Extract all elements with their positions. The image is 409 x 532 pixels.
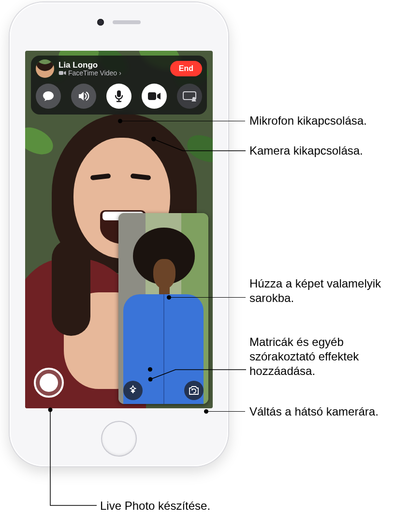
- screen: Lia Longo FaceTime Video › End: [25, 51, 213, 408]
- speaker-icon: [77, 90, 90, 102]
- video-icon: [147, 91, 161, 101]
- leader-line: [50, 410, 108, 516]
- end-call-button[interactable]: End: [170, 61, 202, 76]
- svg-rect-0: [59, 71, 63, 75]
- front-camera-dot: [97, 19, 104, 26]
- mic-icon: [114, 90, 124, 102]
- caller-name: Lia Longo: [58, 61, 166, 70]
- earpiece: [97, 19, 141, 26]
- flip-camera-icon: [188, 385, 200, 396]
- callout-live-photo: Live Photo készítése.: [100, 499, 210, 513]
- shareplay-button[interactable]: [177, 84, 202, 109]
- live-photo-button[interactable]: [34, 368, 64, 398]
- leader-line: [120, 121, 245, 121]
- callout-flip-camera: Váltás a hátsó kamerára.: [249, 404, 379, 419]
- speaker-grill: [113, 20, 141, 24]
- call-header[interactable]: Lia Longo FaceTime Video › End: [36, 59, 202, 78]
- message-icon: [42, 90, 55, 102]
- call-subtitle[interactable]: FaceTime Video ›: [58, 70, 166, 77]
- mute-camera-button[interactable]: [142, 84, 167, 109]
- flip-camera-button[interactable]: [184, 381, 204, 400]
- callout-mute-mic: Mikrofon kikapcsolása.: [249, 114, 367, 128]
- figure: Lia Longo FaceTime Video › End: [0, 0, 409, 532]
- chevron-right-icon: ›: [119, 70, 121, 77]
- call-controls-panel: Lia Longo FaceTime Video › End: [31, 56, 207, 115]
- device-frame: Lia Longo FaceTime Video › End: [10, 2, 228, 466]
- leader-line: [169, 297, 246, 298]
- mute-mic-button[interactable]: [106, 84, 131, 109]
- shareplay-icon: [182, 91, 197, 101]
- callout-mute-camera: Kamera kikapcsolása.: [249, 144, 363, 158]
- speaker-button[interactable]: [71, 84, 96, 109]
- effects-icon: [127, 385, 139, 396]
- svg-rect-4: [148, 92, 156, 100]
- avatar: [36, 59, 54, 78]
- messages-button[interactable]: [36, 84, 61, 109]
- effects-button[interactable]: [123, 381, 143, 400]
- leader-line: [206, 411, 245, 412]
- video-icon: [58, 70, 66, 76]
- callout-drag-pip: Húzza a képet valamelyik sarokba.: [249, 276, 394, 305]
- svg-rect-1: [117, 90, 121, 97]
- callout-effects: Matricák és egyéb szórakoztató effektek …: [249, 335, 399, 378]
